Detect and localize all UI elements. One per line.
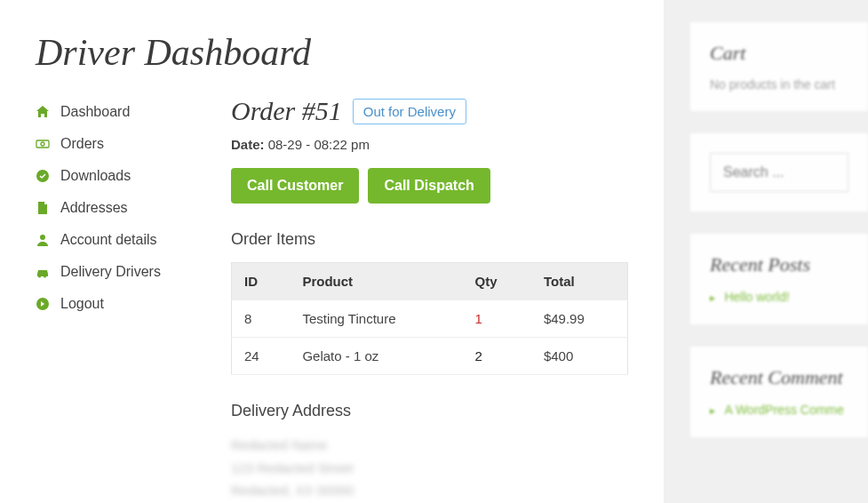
table-header-row: ID Product Qty Total — [232, 263, 628, 300]
arrow-right-circle-icon — [36, 297, 50, 311]
cell-qty: 2 — [463, 338, 531, 375]
svg-point-3 — [40, 235, 45, 240]
recent-comment-item[interactable]: ▸ A WordPress Comme — [710, 402, 848, 418]
recent-comment-link: A WordPress Comme — [724, 403, 843, 417]
col-id: ID — [232, 263, 291, 300]
col-product: Product — [290, 263, 462, 300]
status-badge: Out for Delivery — [353, 99, 466, 124]
account-nav: Dashboard Orders Downloads — [36, 96, 200, 502]
check-circle-icon — [36, 169, 50, 183]
order-heading: Order #51 — [231, 96, 342, 126]
nav-label: Dashboard — [60, 104, 130, 120]
order-items-table: ID Product Qty Total 8 Testing Tincture … — [231, 262, 628, 375]
bullet-icon: ▸ — [710, 404, 715, 417]
svg-point-1 — [41, 142, 44, 146]
nav-label: Delivery Drivers — [60, 264, 161, 280]
cell-id: 24 — [232, 338, 291, 375]
nav-label: Logout — [60, 296, 104, 312]
bullet-icon: ▸ — [710, 291, 715, 304]
recent-post-link: Hello world! — [724, 290, 789, 304]
order-items-title: Order Items — [231, 230, 628, 249]
cell-total: $49.99 — [531, 300, 628, 338]
call-dispatch-button[interactable]: Call Dispatch — [368, 168, 490, 204]
recent-comments-title: Recent Comment — [710, 366, 848, 389]
call-customer-button[interactable]: Call Customer — [231, 168, 359, 204]
date-value: 08-29 - 08:22 pm — [268, 137, 370, 152]
nav-dashboard[interactable]: Dashboard — [36, 96, 200, 128]
delivery-address: Redacted Name 123 Redacted Street Redact… — [231, 434, 628, 502]
cell-product: Testing Tincture — [290, 300, 462, 338]
recent-posts-title: Recent Posts — [710, 253, 848, 276]
cell-product: Gelato - 1 oz — [290, 338, 462, 375]
cart-widget: Cart No products in the cart — [690, 22, 868, 111]
nav-orders[interactable]: Orders — [36, 128, 200, 160]
page-title: Driver Dashboard — [36, 31, 628, 74]
order-date: Date: 08-29 - 08:22 pm — [231, 137, 628, 152]
nav-logout[interactable]: Logout — [36, 288, 200, 320]
delivery-address-title: Delivery Address — [231, 402, 628, 420]
svg-rect-0 — [36, 140, 49, 148]
nav-label: Account details — [60, 232, 157, 248]
file-icon — [36, 201, 50, 215]
home-icon — [36, 105, 50, 119]
address-line: Redacted Name — [231, 434, 628, 457]
address-line: Redacted, XX 00000 — [231, 479, 628, 502]
nav-account-details[interactable]: Account details — [36, 224, 200, 256]
order-pane: Order #51 Out for Delivery Date: 08-29 -… — [231, 96, 628, 502]
main-card: Driver Dashboard Dashboard Orders — [0, 0, 664, 503]
cell-total: $400 — [531, 338, 628, 375]
date-label: Date: — [231, 137, 265, 152]
nav-delivery-drivers[interactable]: Delivery Drivers — [36, 256, 200, 288]
search-widget — [690, 133, 868, 212]
widget-sidebar: Cart No products in the cart Recent Post… — [690, 0, 868, 503]
recent-post-item[interactable]: ▸ Hello world! — [710, 289, 848, 305]
search-input[interactable] — [710, 153, 848, 192]
money-icon — [36, 137, 50, 151]
table-row: 8 Testing Tincture 1 $49.99 — [232, 300, 628, 338]
recent-posts-widget: Recent Posts ▸ Hello world! — [690, 234, 868, 324]
nav-addresses[interactable]: Addresses — [36, 192, 200, 224]
address-line: 123 Redacted Street — [231, 457, 628, 480]
table-row: 24 Gelato - 1 oz 2 $400 — [232, 338, 628, 375]
nav-downloads[interactable]: Downloads — [36, 160, 200, 192]
recent-comments-widget: Recent Comment ▸ A WordPress Comme — [690, 347, 868, 437]
car-icon — [36, 265, 50, 279]
nav-label: Addresses — [60, 200, 128, 216]
cart-title: Cart — [710, 42, 848, 65]
nav-label: Orders — [60, 136, 104, 152]
cell-id: 8 — [232, 300, 291, 338]
cell-qty: 1 — [463, 300, 531, 338]
nav-label: Downloads — [60, 168, 131, 184]
col-qty: Qty — [463, 263, 531, 300]
cart-empty-text: No products in the cart — [710, 77, 848, 92]
col-total: Total — [531, 263, 628, 300]
user-icon — [36, 233, 50, 247]
